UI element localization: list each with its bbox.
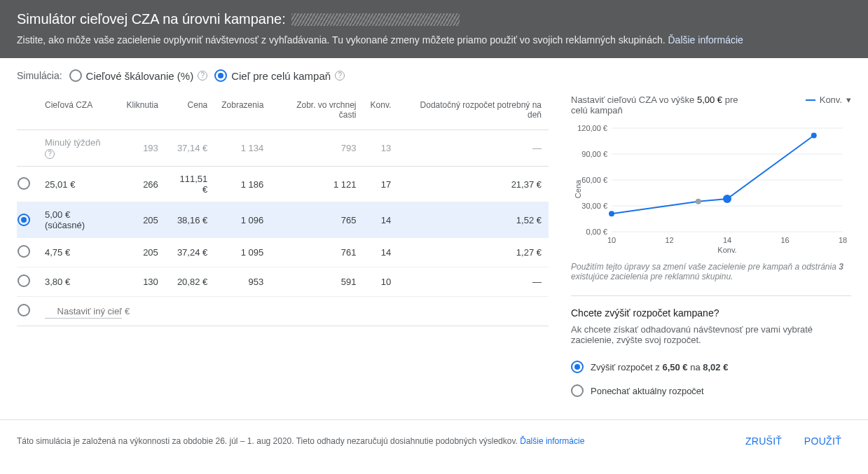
sim-option-whole-label: Cieľ pre celú kampaň	[231, 70, 331, 82]
cell-cost: 37,14 €	[165, 130, 214, 167]
svg-text:Konv.: Konv.	[717, 246, 736, 254]
simulator-table: Cieľová CZA Kliknutia Cena Zobrazenia Zo…	[17, 95, 549, 326]
budget-heading: Chcete zvýšiť rozpočet kampane?	[571, 307, 851, 319]
cell-top-impr: 765	[270, 202, 363, 238]
footer-disclaimer: Táto simulácia je založená na výkonnosti…	[17, 436, 584, 446]
cell-cost: 38,16 €	[165, 202, 214, 238]
row-radio[interactable]	[18, 177, 30, 190]
cell-conv: 10	[364, 267, 399, 297]
cell-target: 3,80 €	[38, 267, 119, 297]
apply-button[interactable]: POUŽIŤ	[794, 431, 851, 451]
simulator-table-panel: Cieľová CZA Kliknutia Cena Zobrazenia Zo…	[17, 95, 549, 403]
table-row[interactable]: 3,80 €13020,82 €95359110—	[17, 267, 549, 297]
cell-clicks: 205	[119, 202, 165, 238]
col-clicks: Kliknutia	[119, 95, 165, 130]
row-radio[interactable]	[18, 214, 30, 226]
footer-more-info-link[interactable]: Ďalšie informácie	[520, 436, 584, 446]
budget-desc: Ak chcete získať odhadovanú návštevnosť …	[571, 324, 851, 345]
dialog-subtitle-row: Zistite, ako môže vaše zacielenie ovplyv…	[17, 34, 851, 46]
dialog-subtitle: Zistite, ako môže vaše zacielenie ovplyv…	[17, 34, 666, 46]
cell-extra: 21,37 €	[398, 167, 549, 202]
chart-legend-dropdown[interactable]: Konv. ▾	[806, 95, 851, 105]
custom-target-input[interactable]	[45, 305, 122, 319]
svg-point-18	[696, 199, 701, 204]
cell-cost: 111,51 €	[165, 167, 214, 202]
chevron-down-icon: ▾	[846, 95, 851, 105]
row-radio[interactable]	[18, 245, 30, 258]
sim-option-scaling[interactable]: Cieľové škálovanie (%) ?	[69, 69, 208, 82]
svg-text:120,00 €: 120,00 €	[577, 124, 607, 132]
simulation-label: Simulácia:	[17, 70, 62, 81]
cell-conv: 14	[364, 238, 399, 267]
cell-clicks: 266	[119, 167, 165, 202]
svg-text:14: 14	[723, 236, 731, 244]
cell-impr: 1 095	[214, 238, 270, 267]
header-more-info-link[interactable]: Ďalšie informácie	[668, 34, 743, 46]
sim-option-whole-campaign[interactable]: Cieľ pre celú kampaň ?	[214, 69, 345, 82]
chart-title-row: Nastaviť cieľovú CZA vo výške 5,00 € pre…	[571, 95, 851, 116]
table-row[interactable]: 4,75 €20537,24 €1 095761141,27 €	[17, 238, 549, 267]
budget-option-keep[interactable]: Ponechať aktuálny rozpočet	[571, 379, 851, 403]
cancel-button[interactable]: ZRUŠIŤ	[736, 431, 792, 451]
dialog-footer: Táto simulácia je založená na výkonnosti…	[0, 419, 868, 462]
col-top-impr: Zobr. vo vrchnej časti	[270, 95, 363, 130]
cell-extra: —	[398, 130, 549, 167]
help-icon[interactable]: ?	[198, 71, 207, 81]
row-radio[interactable]	[18, 274, 30, 287]
help-icon[interactable]: ?	[45, 149, 55, 159]
cell-extra: 1,27 €	[398, 238, 549, 267]
svg-text:12: 12	[665, 236, 673, 244]
cell-target: 25,01 €	[38, 167, 119, 202]
cell-clicks: 130	[119, 267, 165, 297]
svg-point-19	[723, 195, 731, 203]
cell-impr: 1 186	[214, 167, 270, 202]
cell-top-impr: 793	[270, 130, 363, 167]
svg-text:16: 16	[780, 236, 789, 244]
cell-cost: 20,82 €	[165, 267, 214, 297]
table-header-row: Cieľová CZA Kliknutia Cena Zobrazenia Zo…	[17, 95, 549, 130]
cell-cost: 37,24 €	[165, 238, 214, 267]
cell-extra: 1,52 €	[398, 202, 549, 238]
dialog-title: Simulátor cieľovej CZA na úrovni kampane…	[17, 11, 851, 27]
chart-title-value: 5,00 €	[697, 95, 722, 105]
help-icon[interactable]: ?	[335, 71, 345, 81]
legend-label: Konv.	[820, 95, 842, 105]
dialog-header: Simulátor cieľovej CZA na úrovni kampane…	[0, 0, 868, 58]
simulation-type-row: Simulácia: Cieľové škálovanie (%) ? Cieľ…	[0, 58, 868, 89]
row-radio[interactable]	[18, 304, 30, 316]
col-impr: Zobrazenia	[214, 95, 270, 130]
cell-conv: 13	[364, 130, 399, 167]
radio-icon	[571, 384, 584, 397]
svg-text:0,00 €: 0,00 €	[586, 228, 607, 236]
chart-title-pre: Nastaviť cieľovú CZA vo výške	[571, 95, 697, 105]
table-row-prev-week: Minulý týždeň ?19337,14 €1 13479313—	[17, 130, 549, 167]
cell-conv: 17	[364, 167, 399, 202]
budget-box: Chcete zvýšiť rozpočet kampane? Ak chcet…	[571, 295, 851, 403]
dialog-title-prefix: Simulátor cieľovej CZA na úrovni kampane…	[17, 11, 286, 27]
cell-impr: 1 096	[214, 202, 270, 238]
cell-impr: 1 134	[214, 130, 270, 167]
svg-text:90,00 €: 90,00 €	[581, 150, 607, 158]
table-row[interactable]: 25,01 €266111,51 €1 1861 1211721,37 €	[17, 167, 549, 202]
table-row-custom[interactable]: €	[17, 297, 549, 326]
chart-panel: Nastaviť cieľovú CZA vo výške 5,00 € pre…	[571, 95, 851, 403]
svg-text:10: 10	[607, 236, 616, 244]
cell-impr: 953	[214, 267, 270, 297]
cell-top-impr: 1 121	[270, 167, 363, 202]
legend-line-icon	[806, 99, 815, 101]
radio-icon	[69, 69, 82, 82]
table-row[interactable]: 5,00 € (súčasné)20538,16 €1 096765141,52…	[17, 202, 549, 238]
cell-top-impr: 591	[270, 267, 363, 297]
col-cost: Cena	[165, 95, 214, 130]
svg-text:30,00 €: 30,00 €	[581, 202, 607, 210]
svg-point-17	[609, 211, 614, 216]
cell-target: 5,00 € (súčasné)	[38, 202, 119, 238]
budget-option-increase[interactable]: Zvýšiť rozpočet z 6,50 € na 8,02 €	[571, 355, 851, 379]
col-conv: Konv.	[364, 95, 399, 130]
cell-extra: —	[398, 267, 549, 297]
svg-text:Cena: Cena	[574, 179, 582, 198]
chart-svg: 0,00 €30,00 €60,00 €90,00 €120,00 €10121…	[571, 123, 851, 256]
sim-option-scaling-label: Cieľové škálovanie (%)	[86, 70, 194, 82]
campaign-name-redacted	[291, 13, 460, 26]
svg-text:18: 18	[839, 236, 847, 244]
